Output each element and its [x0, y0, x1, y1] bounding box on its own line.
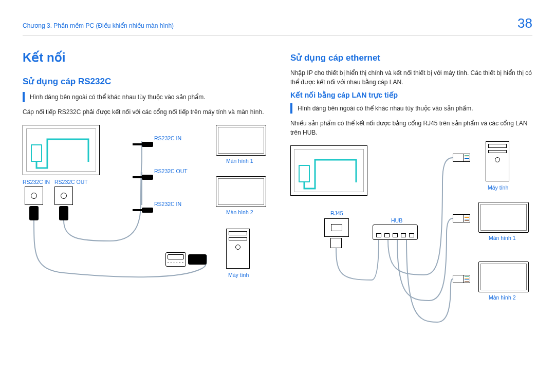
header-divider: [23, 35, 532, 36]
page-header: Chương 3. Phần mềm PC (Điều khiển nhiều …: [23, 15, 532, 31]
body-rs232c: Cáp nối tiếp RS232C phải được kết nối vớ…: [23, 107, 265, 117]
serial-connector: • • • • • •: [165, 252, 186, 267]
right-column: Sử dụng cáp ethernet Nhập IP cho thiết b…: [290, 50, 532, 337]
jack-rs232c-in1: [133, 141, 153, 147]
label-jack-out: RS232C OUT: [154, 168, 188, 174]
label-jack-in1: RS232C IN: [154, 135, 181, 141]
monitor-2: [216, 176, 266, 207]
label-monitor-1: Màn hình 1: [226, 158, 253, 164]
jack-rs232c-in2: [133, 207, 153, 213]
pc-tower: [226, 229, 250, 269]
rj45-plug-pc: [453, 154, 470, 162]
label-monitor-2-lan: Màn hình 2: [489, 294, 516, 301]
content-columns: Kết nối Sử dụng cáp RS232C Hình dáng bên…: [23, 50, 532, 337]
note-rs232c: Hình dáng bên ngoài có thể khác nhau tùy…: [23, 92, 265, 102]
monitor-1: [216, 125, 266, 156]
diagram-lan: RJ45 HUB: [290, 141, 532, 337]
subsection-ethernet: Sử dụng cáp ethernet: [290, 52, 532, 63]
label-monitor-2: Màn hình 2: [226, 209, 253, 215]
label-pc: Máy tính: [228, 272, 249, 278]
serial-plug-head: [188, 254, 207, 265]
body-ethernet-intro: Nhập IP cho thiết bị hiển thị chính và k…: [290, 68, 532, 87]
subsection-rs232c: Sử dụng cáp RS232C: [23, 76, 265, 87]
diagram-rs232c: RS232C IN RS232C OUT RS232C: [23, 121, 265, 306]
section-title: Kết nối: [23, 50, 265, 65]
breadcrumb: Chương 3. Phần mềm PC (Điều khiển nhiều …: [23, 22, 174, 29]
monitor-2-lan: [478, 262, 529, 292]
label-monitor-1-lan: Màn hình 1: [489, 235, 516, 241]
subsubsection-lan: Kết nối bằng cáp LAN trực tiếp: [290, 91, 532, 99]
page-number: 38: [517, 15, 532, 31]
rj45-plug-mon1: [453, 214, 470, 222]
rj45-plug-mon2: [453, 275, 470, 283]
monitor-1-lan: [478, 202, 529, 233]
jack-rs232c-out: [133, 174, 153, 180]
pc-tower-lan: [486, 141, 509, 181]
note-lan: Hình dáng bên ngoài có thể khác nhau tùy…: [290, 103, 532, 114]
label-jack-in2: RS232C IN: [154, 201, 181, 207]
body-lan: Nhiều sản phẩm có thể kết nối được bằng …: [290, 119, 532, 137]
left-column: Kết nối Sử dụng cáp RS232C Hình dáng bên…: [23, 50, 265, 337]
label-pc-lan: Máy tính: [488, 184, 508, 191]
